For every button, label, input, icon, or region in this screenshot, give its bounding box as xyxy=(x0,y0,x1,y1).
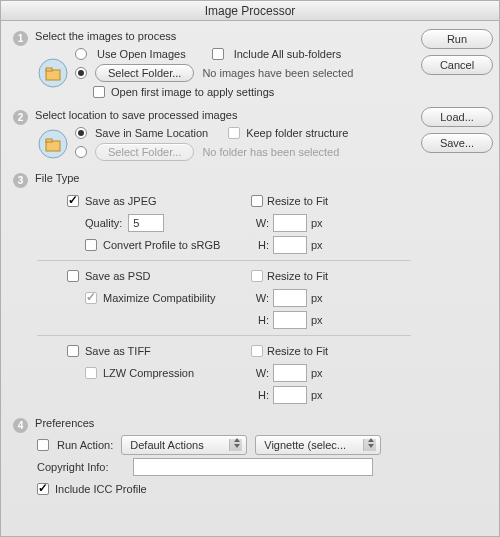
check-tiff-resize xyxy=(251,345,263,357)
jpeg-resize-label: Resize to Fit xyxy=(267,195,328,207)
section3-heading: File Type xyxy=(35,172,79,184)
jpeg-w-label: W: xyxy=(251,217,269,229)
copyright-label: Copyright Info: xyxy=(37,461,125,473)
select-folder-button-2: Select Folder... xyxy=(95,143,194,161)
jpeg-w-input xyxy=(273,214,307,232)
psd-w-input xyxy=(273,289,307,307)
quality-input[interactable] xyxy=(128,214,164,232)
no-folder-hint: No folder has been selected xyxy=(202,146,339,158)
action-set-value: Default Actions xyxy=(130,439,203,451)
action-name-value: Vignette (selec... xyxy=(264,439,346,451)
psd-h-label: H: xyxy=(251,314,269,326)
lzw-label: LZW Compression xyxy=(103,367,194,379)
svg-rect-5 xyxy=(46,139,52,142)
check-max-compat xyxy=(85,292,97,304)
keep-folder-label: Keep folder structure xyxy=(246,127,348,139)
radio-same-location[interactable] xyxy=(75,127,87,139)
jpeg-w-px: px xyxy=(311,217,323,229)
jpeg-h-px: px xyxy=(311,239,323,251)
dropdown-action-set[interactable]: Default Actions xyxy=(121,435,247,455)
run-button[interactable]: Run xyxy=(421,29,493,49)
save-tiff-label: Save as TIFF xyxy=(85,345,151,357)
run-action-label: Run Action: xyxy=(57,439,113,451)
tiff-resize-label: Resize to Fit xyxy=(267,345,328,357)
icc-label: Include ICC Profile xyxy=(55,483,147,495)
psd-h-input xyxy=(273,311,307,329)
check-save-tiff[interactable] xyxy=(67,345,79,357)
check-lzw xyxy=(85,367,97,379)
step-badge-1: 1 xyxy=(13,31,28,46)
select-folder-button-1[interactable]: Select Folder... xyxy=(95,64,194,82)
section-file-type: 3 File Type Save as JPEG Resize to Fit Q… xyxy=(13,171,411,406)
folder-icon-2 xyxy=(37,128,69,160)
max-compat-label: Maximize Compatibility xyxy=(103,292,215,304)
step-badge-3: 3 xyxy=(13,173,28,188)
save-button[interactable]: Save... xyxy=(421,133,493,153)
no-images-hint: No images have been selected xyxy=(202,67,353,79)
check-icc[interactable] xyxy=(37,483,49,495)
check-jpeg-resize[interactable] xyxy=(251,195,263,207)
copyright-input[interactable] xyxy=(133,458,373,476)
jpeg-h-label: H: xyxy=(251,239,269,251)
section-preferences: 4 Preferences Run Action: Default Action… xyxy=(13,416,411,499)
tiff-h-input xyxy=(273,386,307,404)
check-run-action[interactable] xyxy=(37,439,49,451)
psd-h-px: px xyxy=(311,314,323,326)
check-convert-srgb[interactable] xyxy=(85,239,97,251)
psd-w-label: W: xyxy=(251,292,269,304)
check-keep-folder-structure xyxy=(228,127,240,139)
divider xyxy=(37,260,411,261)
check-include-subfolders[interactable] xyxy=(212,48,224,60)
tiff-h-px: px xyxy=(311,389,323,401)
step-badge-4: 4 xyxy=(13,418,28,433)
divider-2 xyxy=(37,335,411,336)
tiff-w-input xyxy=(273,364,307,382)
section4-heading: Preferences xyxy=(35,417,94,429)
save-psd-label: Save as PSD xyxy=(85,270,150,282)
tiff-h-label: H: xyxy=(251,389,269,401)
folder-icon xyxy=(37,57,69,89)
include-subfolders-label: Include All sub-folders xyxy=(234,48,342,60)
load-button[interactable]: Load... xyxy=(421,107,493,127)
use-open-images-label: Use Open Images xyxy=(97,48,186,60)
cancel-button[interactable]: Cancel xyxy=(421,55,493,75)
section-save-location: 2 Select location to save processed imag… xyxy=(13,108,411,161)
check-psd-resize xyxy=(251,270,263,282)
tiff-w-px: px xyxy=(311,367,323,379)
dropdown-action-name[interactable]: Vignette (selec... xyxy=(255,435,381,455)
check-open-first-image[interactable] xyxy=(93,86,105,98)
window-title: Image Processor xyxy=(1,1,499,21)
radio-select-folder[interactable] xyxy=(75,67,87,79)
tiff-w-label: W: xyxy=(251,367,269,379)
check-save-jpeg[interactable] xyxy=(67,195,79,207)
radio-select-output-folder[interactable] xyxy=(75,146,87,158)
psd-w-px: px xyxy=(311,292,323,304)
jpeg-h-input xyxy=(273,236,307,254)
svg-rect-2 xyxy=(46,68,52,71)
section-select-images: 1 Select the images to process Use Open … xyxy=(13,29,411,98)
psd-resize-label: Resize to Fit xyxy=(267,270,328,282)
check-save-psd[interactable] xyxy=(67,270,79,282)
save-jpeg-label: Save as JPEG xyxy=(85,195,157,207)
same-location-label: Save in Same Location xyxy=(95,127,208,139)
quality-label: Quality: xyxy=(85,217,122,229)
section2-heading: Select location to save processed images xyxy=(35,109,237,121)
radio-use-open-images[interactable] xyxy=(75,48,87,60)
open-first-label: Open first image to apply settings xyxy=(111,86,274,98)
step-badge-2: 2 xyxy=(13,110,28,125)
convert-srgb-label: Convert Profile to sRGB xyxy=(103,239,220,251)
section1-heading: Select the images to process xyxy=(35,30,176,42)
